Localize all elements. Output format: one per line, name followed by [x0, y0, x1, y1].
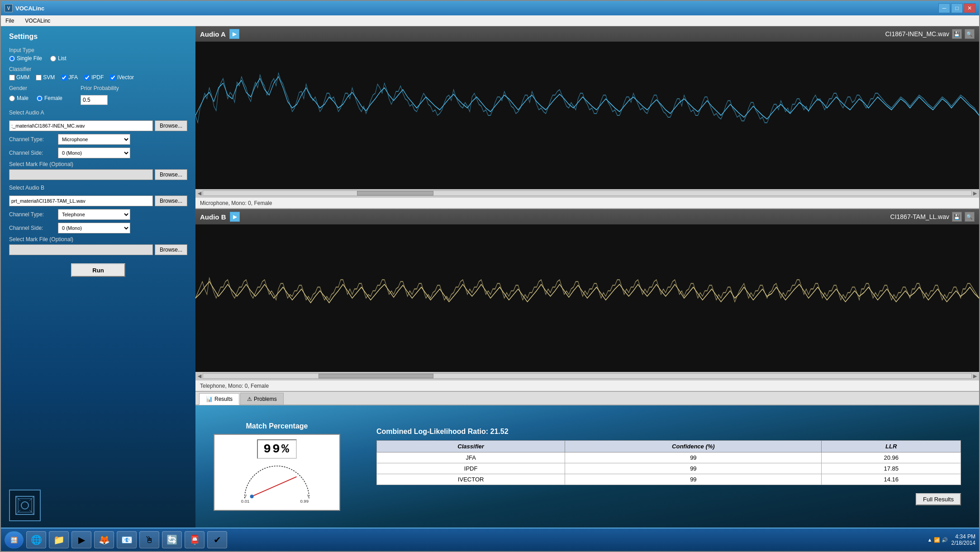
audio-a-scroll-track[interactable]	[203, 190, 972, 196]
svm-label: SVM	[43, 74, 55, 81]
taskbar-ie[interactable]: 🌐	[26, 531, 46, 548]
maximize-button[interactable]: □	[951, 3, 963, 13]
menu-file[interactable]: File	[3, 17, 17, 25]
audio-a-play-button[interactable]: ▶	[229, 29, 239, 39]
audio-a-scroll-thumb[interactable]	[357, 191, 434, 195]
tray-date: 2/18/2014	[951, 540, 975, 546]
results-table: Classifier Confidence (%) LLR JFA 99 20.…	[376, 440, 961, 485]
male-radio[interactable]: Male	[9, 95, 29, 101]
svg-text:0.01: 0.01	[241, 499, 250, 504]
female-label: Female	[44, 95, 62, 101]
title-bar: V VOCALinc ─ □ ✕	[1, 1, 979, 15]
probability-column: Prior Probability	[81, 85, 119, 105]
audio-a-file-row: Browse...	[9, 120, 187, 131]
audio-a-channel-side-row: Channel Side: 0 (Mono) 1 (Left) 2 (Right…	[9, 148, 187, 158]
taskbar-media[interactable]: ▶	[71, 531, 91, 548]
start-button[interactable]: 🪟	[5, 531, 24, 548]
audio-b-waveform	[195, 224, 979, 372]
audio-a-browse-button[interactable]: Browse...	[155, 120, 187, 131]
gmm-checkbox[interactable]: GMM	[9, 74, 29, 81]
prior-prob-input[interactable]	[81, 95, 108, 105]
svm-checkbox[interactable]: SVM	[36, 74, 55, 81]
audio-a-channel-type-row: Channel Type: Microphone Telephone Studi…	[9, 134, 187, 145]
table-row: JFA 99 20.96	[377, 452, 961, 463]
audio-b-mark-browse-button[interactable]: Browse...	[155, 244, 187, 255]
audio-b-file-row: Browse...	[9, 195, 187, 206]
select-audio-a-label: Select Audio A	[9, 109, 187, 116]
table-row: IPDF 99 17.85	[377, 463, 961, 474]
run-button[interactable]: Run	[71, 263, 125, 277]
single-file-label: Single File	[17, 55, 42, 62]
audio-b-scroll-thumb[interactable]	[319, 374, 434, 378]
tray-clock: 4:34 PM 2/18/2014	[951, 533, 975, 546]
audio-a-save-icon[interactable]: 💾	[952, 29, 962, 39]
minimize-button[interactable]: ─	[938, 3, 950, 13]
full-results-button[interactable]: Full Results	[916, 493, 961, 505]
ivector-checkbox[interactable]: iVector	[110, 74, 134, 81]
left-panel: Settings Input Type Single File List	[1, 26, 195, 528]
audio-a-waveform-container	[195, 42, 979, 189]
ivector-label: iVector	[117, 74, 134, 81]
close-button[interactable]: ✕	[964, 3, 975, 13]
female-radio[interactable]: Female	[37, 95, 62, 101]
taskbar-app6[interactable]: 🖱	[139, 531, 159, 548]
audio-b-channel-side-select[interactable]: 0 (Mono) 1 (Left) 2 (Right)	[58, 223, 130, 233]
audio-a-waveform	[195, 42, 979, 189]
single-file-radio[interactable]: Single File	[9, 55, 42, 62]
audio-b-mark-file-label: Select Mark File (Optional)	[9, 236, 187, 243]
audio-a-file-input[interactable]	[9, 120, 153, 131]
llr-section: Combined Log-Likelihood Ratio: 21.52 Cla…	[376, 428, 961, 505]
select-audio-b-section: Select Audio B Browse... Channel Type: M…	[9, 185, 187, 255]
audio-a-mark-file-input[interactable]	[9, 169, 153, 180]
audio-b-browse-button[interactable]: Browse...	[155, 195, 187, 206]
match-digit-2: 9	[272, 442, 281, 456]
bottom-panel: 📊 Results ⚠ Problems Match Percentage	[195, 392, 979, 528]
audio-a-channel-type-select[interactable]: Microphone Telephone Studio	[58, 134, 130, 145]
taskbar-email[interactable]: 📧	[117, 531, 137, 548]
llr-header: LLR	[822, 441, 961, 452]
taskbar-explorer[interactable]: 📁	[49, 531, 69, 548]
jfa-label: JFA	[68, 74, 78, 81]
svg-rect-7	[195, 42, 979, 189]
classifier-label: Classifier	[9, 66, 187, 72]
audio-b-header-right: CI1867-TAM_LL.wav 💾 🔍	[890, 212, 975, 222]
logo-area	[9, 481, 187, 521]
audio-a-channel-type-label: Channel Type:	[9, 136, 54, 143]
audio-b-zoom-icon[interactable]: 🔍	[965, 212, 975, 222]
input-type-label: Input Type	[9, 47, 187, 53]
audio-a-mark-browse-button[interactable]: Browse...	[155, 169, 187, 180]
audio-b-footer-text: Telephone, Mono: 0, Female	[200, 383, 269, 389]
results-tab[interactable]: 📊 Results	[199, 393, 239, 405]
audio-b-save-icon[interactable]: 💾	[952, 212, 962, 222]
audio-b-mark-file-input[interactable]	[9, 244, 153, 255]
audio-b-channel-side-label: Channel Side:	[9, 225, 54, 231]
audio-b-scroll-track[interactable]	[203, 373, 972, 379]
audio-a-header-right: CI1867-INEN_MC.wav 💾 🔍	[885, 29, 975, 39]
taskbar-app8[interactable]: 📮	[185, 531, 205, 548]
svg-line-9	[252, 477, 297, 497]
confidence-cell: 99	[565, 452, 822, 463]
classifier-cell: IVECTOR	[377, 474, 565, 485]
audio-b-play-button[interactable]: ▶	[230, 212, 240, 222]
audio-b-scrollbar[interactable]: ◄ ►	[195, 372, 979, 380]
problems-tab[interactable]: ⚠ Problems	[240, 393, 284, 404]
audio-b-file-input[interactable]	[9, 195, 153, 206]
list-radio[interactable]: List	[50, 55, 67, 62]
taskbar-firefox[interactable]: 🦊	[94, 531, 114, 548]
menu-vocalinc[interactable]: VOCALinc	[22, 17, 53, 25]
taskbar-app7[interactable]: 🔄	[162, 531, 182, 548]
jfa-checkbox[interactable]: JFA	[61, 74, 78, 81]
audio-b-channel-type-select[interactable]: Microphone Telephone Studio	[58, 209, 130, 220]
gmm-label: GMM	[16, 74, 29, 81]
llr-title: Combined Log-Likelihood Ratio: 21.52	[376, 428, 961, 436]
audio-a-scrollbar[interactable]: ◄ ►	[195, 189, 979, 197]
match-percentage-display: 99%	[257, 439, 296, 459]
ipdf-label: IPDF	[91, 74, 104, 81]
audio-a-channel-side-select[interactable]: 0 (Mono) 1 (Left) 2 (Right)	[58, 148, 130, 158]
main-window: V VOCALinc ─ □ ✕ File VOCALinc Settings …	[0, 0, 980, 552]
ipdf-checkbox[interactable]: IPDF	[84, 74, 104, 81]
audio-a-title: Audio A	[200, 30, 226, 38]
audio-a-zoom-icon[interactable]: 🔍	[965, 29, 975, 39]
main-area: Settings Input Type Single File List	[1, 26, 979, 528]
taskbar-app9[interactable]: ✔	[207, 531, 227, 548]
